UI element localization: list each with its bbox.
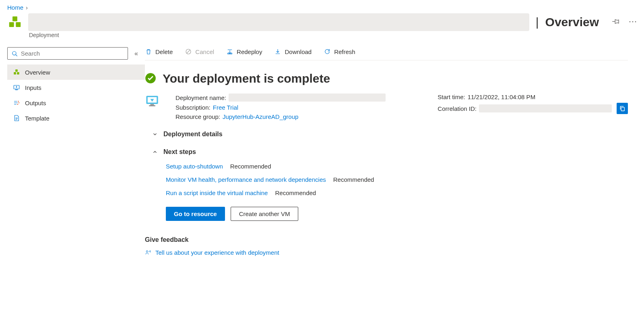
inputs-icon — [13, 84, 20, 91]
resource-group-row: Resource group: JupyterHub-AzureAD_group — [175, 113, 386, 120]
svg-rect-8 — [14, 72, 16, 75]
toolbar: Delete Cancel Redeploy Download Refresh — [145, 47, 628, 60]
sidebar-item-label: Outputs — [25, 100, 46, 106]
pin-icon[interactable] — [612, 18, 620, 27]
search-input[interactable] — [21, 50, 124, 57]
start-time-row: Start time: 11/21/2022, 11:04:08 PM — [438, 94, 628, 100]
page-title: Overview — [545, 15, 599, 29]
svg-point-15 — [17, 104, 18, 105]
next-steps-list: Setup auto-shutdown Recommended Monitor … — [166, 163, 628, 196]
sidebar-nav: Overview Inputs Outputs Template — [7, 64, 145, 126]
delete-button[interactable]: Delete — [145, 48, 173, 55]
recommended-tag: Recommended — [230, 163, 271, 170]
title-separator: | — [535, 15, 540, 29]
correlation-id-row: Correlation ID: — [438, 103, 628, 114]
delete-icon — [145, 48, 152, 55]
subscription-row: Subscription: Free Trial — [175, 104, 386, 111]
cancel-icon — [185, 48, 192, 55]
download-label: Download — [285, 48, 312, 55]
next-steps-toggle[interactable]: Next steps — [152, 148, 628, 156]
overview-icon — [13, 69, 20, 76]
recommended-tag: Recommended — [333, 176, 374, 183]
chevron-down-icon — [152, 131, 158, 137]
deployment-details: Deployment name: Subscription: Free Tria… — [145, 94, 628, 120]
template-icon — [13, 114, 20, 122]
correlation-id-redacted-value — [479, 104, 612, 112]
refresh-icon — [324, 48, 331, 55]
next-step-link[interactable]: Run a script inside the virtual machine — [166, 189, 268, 196]
sidebar-item-label: Template — [25, 115, 50, 122]
sidebar-item-outputs[interactable]: Outputs — [7, 95, 145, 110]
subscription-label: Subscription: — [175, 104, 211, 111]
vm-icon — [145, 94, 159, 108]
svg-line-17 — [187, 50, 190, 53]
resource-group-link[interactable]: JupyterHub-AzureAD_group — [223, 113, 298, 120]
breadcrumb: Home › — [0, 0, 644, 12]
next-step-item: Monitor VM health, performance and netwo… — [166, 176, 628, 183]
sidebar: « Overview Inputs Outputs Template — [0, 47, 145, 256]
refresh-label: Refresh — [334, 48, 355, 55]
search-box[interactable] — [7, 47, 128, 60]
redeploy-button[interactable]: Redeploy — [226, 48, 262, 55]
svg-line-7 — [16, 54, 17, 56]
resource-group-label: Resource group: — [175, 113, 220, 120]
collapse-sidebar-icon[interactable]: « — [133, 48, 140, 59]
download-button[interactable]: Download — [274, 48, 312, 55]
refresh-button[interactable]: Refresh — [324, 48, 355, 55]
next-step-item: Setup auto-shutdown Recommended — [166, 163, 628, 170]
cancel-label: Cancel — [195, 48, 214, 55]
chevron-up-icon — [152, 149, 158, 155]
svg-point-14 — [19, 102, 19, 103]
svg-point-13 — [18, 101, 19, 102]
create-another-vm-button[interactable]: Create another VM — [231, 207, 299, 221]
svg-point-26 — [146, 250, 148, 252]
main-content: Delete Cancel Redeploy Download Refresh — [145, 47, 644, 256]
svg-rect-25 — [621, 107, 624, 111]
svg-point-5 — [635, 21, 636, 22]
status-heading: Your deployment is complete — [145, 72, 628, 85]
next-step-link[interactable]: Monitor VM health, performance and netwo… — [166, 176, 326, 183]
success-check-icon — [145, 73, 156, 85]
deployment-name-redacted-value — [229, 94, 386, 102]
deployment-details-label: Deployment details — [163, 131, 223, 138]
sidebar-item-template[interactable]: Template — [7, 110, 145, 126]
start-time-label: Start time: — [438, 94, 465, 100]
svg-point-3 — [630, 21, 631, 22]
svg-rect-10 — [15, 69, 18, 72]
go-to-resource-button[interactable]: Go to resource — [166, 207, 225, 221]
next-step-item: Run a script inside the virtual machine … — [166, 189, 628, 196]
cancel-button: Cancel — [185, 48, 214, 55]
sidebar-item-label: Inputs — [25, 84, 41, 91]
start-time-value: 11/21/2022, 11:04:08 PM — [468, 94, 535, 100]
copy-icon — [619, 105, 625, 112]
feedback-link[interactable]: Tell us about your experience with deplo… — [155, 249, 279, 256]
sidebar-item-inputs[interactable]: Inputs — [7, 80, 145, 95]
subscription-link[interactable]: Free Trial — [213, 104, 238, 111]
feedback-icon — [145, 250, 151, 256]
next-step-link[interactable]: Setup auto-shutdown — [166, 163, 223, 170]
sidebar-item-overview[interactable]: Overview — [7, 64, 145, 80]
search-icon — [12, 50, 18, 57]
svg-rect-12 — [16, 89, 18, 90]
download-icon — [274, 48, 281, 55]
outputs-icon — [13, 99, 20, 106]
svg-rect-1 — [16, 22, 21, 27]
redeploy-label: Redeploy — [237, 48, 262, 55]
breadcrumb-home-link[interactable]: Home — [7, 4, 23, 11]
copy-button[interactable] — [617, 103, 628, 114]
deployment-details-toggle[interactable]: Deployment details — [152, 131, 628, 138]
deployment-name-label: Deployment name: — [175, 94, 226, 101]
title-row: | Overview — [0, 12, 644, 31]
recommended-tag: Recommended — [275, 189, 316, 196]
correlation-id-label: Correlation ID: — [438, 105, 477, 112]
svg-point-6 — [12, 51, 16, 55]
svg-rect-0 — [9, 22, 14, 27]
feedback-section: Give feedback Tell us about your experie… — [145, 236, 628, 256]
resource-group-icon — [7, 15, 23, 30]
page-subtitle: Deployment — [0, 31, 644, 38]
status-text: Your deployment is complete — [163, 72, 330, 85]
next-steps-label: Next steps — [163, 148, 196, 156]
delete-label: Delete — [155, 48, 173, 55]
deployment-name-redacted — [28, 13, 529, 31]
more-icon[interactable] — [629, 18, 637, 27]
